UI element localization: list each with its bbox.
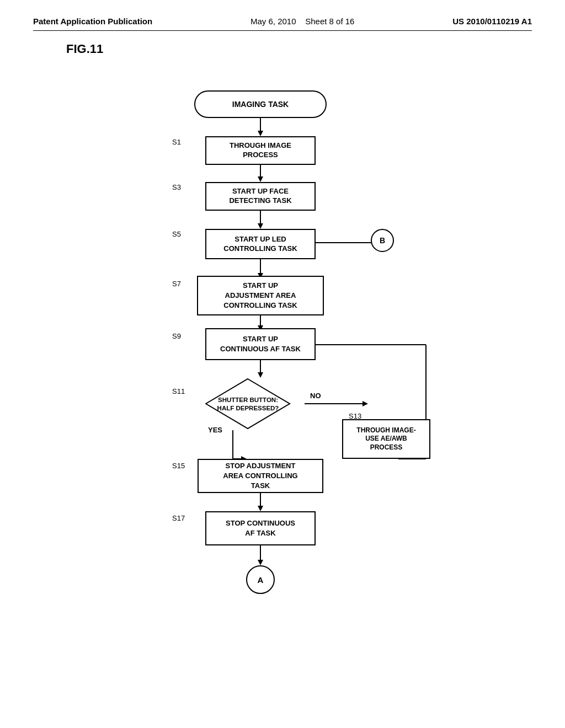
- publication-date: May 6, 2010: [250, 17, 296, 26]
- svg-marker-25: [258, 506, 263, 511]
- no-label: NO: [310, 392, 321, 400]
- start-continuous-af-node: START UPCONTINUOUS AF TASK: [205, 328, 316, 360]
- circle-b-node: B: [371, 229, 394, 252]
- svg-marker-13: [258, 372, 263, 378]
- step-s5: S5: [172, 230, 181, 238]
- svg-marker-27: [258, 560, 263, 565]
- step-s1: S1: [172, 138, 181, 146]
- page-header: Patent Application Publication May 6, 20…: [33, 17, 532, 31]
- circle-a-node: A: [246, 565, 275, 594]
- step-s11: S11: [172, 387, 185, 395]
- step-s15: S15: [172, 462, 185, 470]
- svg-marker-18: [363, 401, 368, 406]
- step-s3: S3: [172, 183, 181, 191]
- imaging-task-node: IMAGING TASK: [194, 90, 327, 118]
- svg-marker-3: [258, 176, 263, 182]
- stop-continuous-af-node: STOP CONTINUOUSAF TASK: [205, 511, 316, 545]
- step-s7: S7: [172, 280, 181, 288]
- start-adjustment-area-node: START UPADJUSTMENT AREACONTROLLING TASK: [197, 276, 324, 315]
- through-image-process-node: THROUGH IMAGEPROCESS: [205, 136, 316, 165]
- shutter-button-diamond: SHUTTER BUTTON:HALF DEPRESSED?: [205, 378, 291, 430]
- svg-marker-5: [258, 223, 263, 229]
- start-face-detecting-node: START UP FACEDETECTING TASK: [205, 182, 316, 211]
- yes-label: YES: [208, 426, 222, 434]
- stop-adjustment-area-node: STOP ADJUSTMENTAREA CONTROLLINGTASK: [198, 459, 323, 493]
- start-led-controlling-node: START UP LEDCONTROLLING TASK: [205, 229, 316, 259]
- publication-date-sheet: May 6, 2010 Sheet 8 of 16: [250, 17, 354, 26]
- page: Patent Application Publication May 6, 20…: [0, 0, 565, 728]
- patent-number: US 2010/0110219 A1: [452, 17, 532, 26]
- figure-title: FIG.11: [66, 42, 532, 56]
- through-image-ae-awb-node: THROUGH IMAGE-USE AE/AWBPROCESS: [342, 419, 430, 459]
- sheet-info: Sheet 8 of 16: [305, 17, 354, 26]
- svg-marker-1: [258, 131, 263, 136]
- step-s17: S17: [172, 514, 185, 522]
- publication-title: Patent Application Publication: [33, 17, 152, 26]
- step-s9: S9: [172, 332, 181, 340]
